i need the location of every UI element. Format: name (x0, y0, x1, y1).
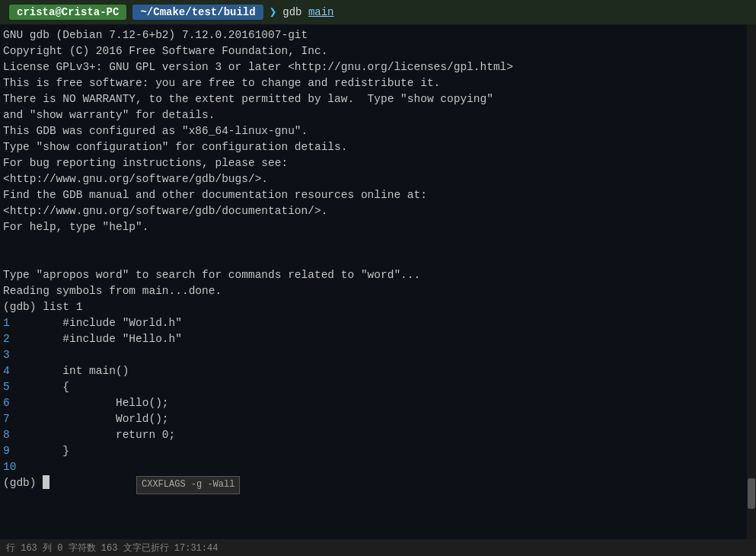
line-8: Type "show configuration" for configurat… (3, 139, 753, 155)
scrollbar-thumb[interactable] (748, 478, 755, 509)
line-1: GNU gdb (Debian 7.12-6+b2) 7.12.0.201610… (3, 27, 753, 43)
line-7: This GDB was configured as "x86_64-linux… (3, 123, 753, 139)
line-27[interactable]: (gdb) (3, 475, 753, 491)
terminal-cursor (43, 475, 49, 489)
line-16: (gdb) list 1 (3, 299, 753, 315)
scrollbar[interactable] (747, 24, 756, 539)
line-5: There is NO WARRANTY, to the extent perm… (3, 91, 753, 107)
title-bar: crista@Crista-PC ~/Cmake/test/build ❯ gd… (0, 0, 756, 24)
cmd-name: gdb (282, 6, 308, 18)
line-15: Reading symbols from main...done. (3, 283, 753, 299)
line-17: 1 #include "World.h" (3, 315, 753, 331)
line-3: License GPLv3+: GNU GPL version 3 or lat… (3, 59, 753, 75)
line-11: Find the GDB manual and other documentat… (3, 187, 753, 203)
line-22: 6 Hello(); (3, 395, 753, 411)
line-23: 7 World(); (3, 411, 753, 427)
cmd-arg: main (308, 6, 334, 18)
line-26: 10 (3, 459, 753, 475)
status-text: 行 163 列 0 字符数 163 文字已折行 17:31:44 (6, 542, 218, 554)
prompt-arrow-icon: ❯ (270, 5, 277, 20)
prompt-path: ~/Cmake/test/build (132, 5, 263, 20)
line-21: 5 { (3, 379, 753, 395)
prompt-user: crista@Crista-PC (9, 5, 126, 20)
line-19: 3 (3, 347, 753, 363)
line-20: 4 int main() (3, 363, 753, 379)
line-14: Type "apropos word" to search for comman… (3, 267, 753, 283)
line-2: Copyright (C) 2016 Free Software Foundat… (3, 43, 753, 59)
line-9: For bug reporting instructions, please s… (3, 155, 753, 171)
prompt-command: gdb main (282, 6, 333, 18)
terminal-window: crista@Crista-PC ~/Cmake/test/build ❯ gd… (0, 0, 756, 556)
terminal-body[interactable]: GNU gdb (Debian 7.12-6+b2) 7.12.0.201610… (0, 24, 756, 539)
line-13: For help, type "help". CXXFLAGS -g -Wall (3, 219, 753, 267)
line-12: <http://www.gnu.org/software/gdb/documen… (3, 203, 753, 219)
status-bar: 行 163 列 0 字符数 163 文字已折行 17:31:44 (0, 539, 756, 556)
line-4: This is free software: you are free to c… (3, 75, 753, 91)
line-24: 8 return 0; (3, 427, 753, 443)
line-10: <http://www.gnu.org/software/gdb/bugs/>. (3, 171, 753, 187)
line-25: 9 } (3, 443, 753, 459)
line-18: 2 #include "Hello.h" (3, 331, 753, 347)
line-6: and "show warranty" for details. (3, 107, 753, 123)
